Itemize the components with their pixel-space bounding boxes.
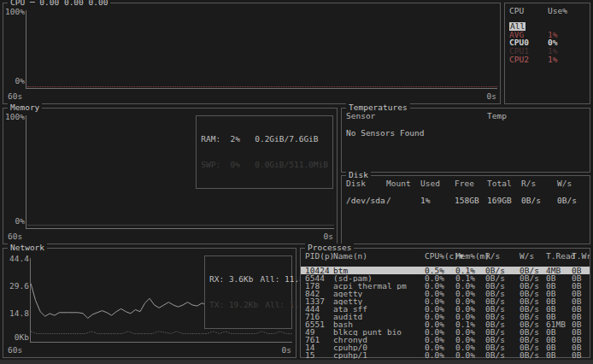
process-row[interactable]: 14 cpuhp/0 0.0% 0.0% 0B/s 0B/s 0B 0B <box>301 343 590 351</box>
process-row[interactable]: 49 blkcg_punt_bio 0.0% 0.0% 0B/s 0B/s 0B… <box>301 328 590 336</box>
memory-y-max-label: 100% <box>5 113 25 121</box>
process-name: blkcg_punt_bio <box>333 328 425 336</box>
memory-ram-legend: RAM: 2% 0.2GiB/7.6GiB <box>201 135 328 144</box>
disk-col-ws: W/s <box>557 179 590 188</box>
disk-cell-rs: 0B/s <box>521 197 557 205</box>
disk-col-disk: Disk <box>346 179 386 188</box>
process-name: cpuhp/1 <box>333 351 425 359</box>
network-panel[interactable]: Network 44.4 29.6 14.8 0Kb RX: 3.6Kb All… <box>3 248 296 358</box>
memory-panel[interactable]: Memory 100% 0% RAM: 2% 0.2GiB/7.6GiB SWP… <box>3 108 338 244</box>
memory-panel-title: Memory <box>8 103 42 112</box>
process-twrite: 0B <box>572 305 590 313</box>
process-twrite: 0B <box>572 320 590 328</box>
cpu-legend-header: CPU Use% <box>505 3 590 15</box>
process-row[interactable]: 15 cpuhp/1 0.0% 0.0% 0B/s 0B/s 0B 0B <box>301 351 590 359</box>
process-rs: 0B/s <box>485 267 520 274</box>
network-tx-rate: TX: 19.2Kb <box>209 301 258 309</box>
process-twrite: 0B <box>572 351 590 359</box>
process-rs: 0B/s <box>485 343 520 351</box>
process-row[interactable]: 178 acpi_thermal_pm 0.0% 0.0% 0B/s 0B/s … <box>301 282 590 290</box>
process-ws: 0B/s <box>520 343 546 351</box>
disk-col-total: Total <box>487 179 521 188</box>
process-ws: 0B/s <box>520 274 546 282</box>
processes-col-rs[interactable]: R/s <box>485 252 520 261</box>
processes-col-mem[interactable]: Mem%(m) <box>455 252 485 261</box>
processes-col-cpu-sorted[interactable]: CPU%(c)▼ <box>425 252 455 261</box>
process-ws: 0B/s <box>520 290 546 297</box>
cpu-panel-title: CPU ─ 0.00 0.00 0.00 <box>8 0 110 7</box>
process-tread: 0B <box>546 290 572 297</box>
process-pid: 716 <box>305 313 333 320</box>
process-rs: 0B/s <box>485 290 520 297</box>
processes-panel-title: Processes <box>305 244 354 252</box>
process-row[interactable]: 761 chronyd 0.0% 0.0% 0B/s 0B/s 0B 0B <box>301 336 590 343</box>
process-tread: 0B <box>546 351 572 359</box>
process-mem: 0.1% <box>455 320 485 328</box>
process-tread: 0B <box>546 297 572 305</box>
process-rs: 0B/s <box>485 305 520 313</box>
disk-cell-mount: / <box>386 197 420 205</box>
process-ws: 0B/s <box>520 320 546 328</box>
temperatures-panel[interactable]: Temperatures Sensor Temp No Sensors Foun… <box>341 108 590 173</box>
processes-col-pid[interactable]: PID(p) <box>305 252 333 261</box>
process-rs: 0B/s <box>485 351 520 359</box>
process-pid: 10424 <box>305 267 333 274</box>
processes-col-ws[interactable]: W/s <box>520 252 546 261</box>
process-twrite: 0B <box>572 282 590 290</box>
cpu-panel[interactable]: CPU ─ 0.00 0.00 0.00 100% 0% 60s 0s <box>3 3 501 104</box>
processes-col-twrite[interactable]: T.Write <box>572 252 590 261</box>
process-pid: 49 <box>305 328 333 336</box>
process-name: btm <box>333 267 425 274</box>
network-x-right-label: 0s <box>282 346 291 355</box>
process-name: (sd-pam) <box>333 274 425 282</box>
disk-cell-total: 169GB <box>487 197 521 205</box>
disk-col-rs: R/s <box>521 179 557 188</box>
disk-cell-used: 1% <box>420 197 455 205</box>
process-cpu: 0.0% <box>425 343 455 351</box>
process-cpu: 0.0% <box>425 274 455 282</box>
cpu-legend-row[interactable]: CPU2 1% <box>505 56 590 64</box>
process-row[interactable]: 444 ata_sff 0.0% 0.0% 0B/s 0B/s 0B 0B <box>301 305 590 313</box>
network-legend-box: RX: 3.6Kb All: 11.8MB TX: 19.2Kb All: 1.… <box>204 255 292 329</box>
process-row[interactable]: 1337 agetty 0.0% 0.0% 0B/s 0B/s 0B 0B <box>301 297 590 305</box>
process-twrite: 0B <box>572 328 590 336</box>
process-mem: 0.0% <box>455 336 485 343</box>
process-cpu: 0.0% <box>425 351 455 359</box>
disk-panel[interactable]: Disk Disk Mount Used Free Total R/s W/s … <box>341 175 590 244</box>
cpu-x-left-label: 60s <box>8 92 22 101</box>
process-name: ata_sff <box>333 305 425 313</box>
process-pid: 178 <box>305 282 333 290</box>
process-tread: 0B <box>546 313 572 320</box>
process-tread: 0B <box>546 328 572 336</box>
process-name: acpi_thermal_pm <box>333 282 425 290</box>
processes-col-name[interactable]: Name(n) <box>333 252 425 261</box>
process-row[interactable]: 842 agetty 0.0% 0.0% 0B/s 0B/s 0B 0B <box>301 290 590 297</box>
process-name: agetty <box>333 290 425 297</box>
process-cpu: 0.5% <box>425 267 455 274</box>
process-twrite: 0B <box>572 313 590 320</box>
disk-row: /dev/sda / 1% 158GB 169GB 0B/s 0B/s <box>342 197 590 205</box>
memory-x-right-label: 0s <box>324 232 333 241</box>
process-cpu: 0.0% <box>425 297 455 305</box>
process-twrite: 0B <box>572 290 590 297</box>
process-tread: 4MB <box>546 267 572 274</box>
process-twrite: 0B <box>572 336 590 343</box>
process-row[interactable]: 10424 btm 0.5% 0.1% 0B/s 0B/s 4MB 0B <box>301 267 590 274</box>
process-mem: 0.0% <box>455 290 485 297</box>
process-mem: 0.1% <box>455 274 485 282</box>
processes-panel[interactable]: Processes PID(p) Name(n) CPU%(c)▼ Mem%(m… <box>300 248 590 358</box>
processes-col-tread[interactable]: T.Read <box>546 252 572 261</box>
cpu-legend-panel[interactable]: CPU Use% All AVG 1% CPU0 0% <box>504 3 590 104</box>
cpu-legend-row-value: 1% <box>548 56 590 64</box>
process-row[interactable]: 6551 bash 0.0% 0.1% 0B/s 0B/s 61MB 0B <box>301 320 590 328</box>
process-ws: 0B/s <box>520 313 546 320</box>
process-row[interactable]: 6544 (sd-pam) 0.0% 0.1% 0B/s 0B/s 0B 0B <box>301 274 590 282</box>
process-row[interactable]: 716 auditd 0.0% 0.0% 0B/s 0B/s 0B 0B <box>301 313 590 320</box>
temperatures-empty-message: No Sensors Found <box>342 120 590 138</box>
cpu-avg-usage-line <box>27 86 497 87</box>
cpu-legend-rows: All AVG 1% CPU0 0% CPU1 1% <box>505 22 590 64</box>
process-twrite: 0B <box>572 343 590 351</box>
process-rs: 0B/s <box>485 313 520 320</box>
disk-cell-free: 158GB <box>455 197 487 205</box>
memory-y-min-label: 0% <box>5 217 25 226</box>
